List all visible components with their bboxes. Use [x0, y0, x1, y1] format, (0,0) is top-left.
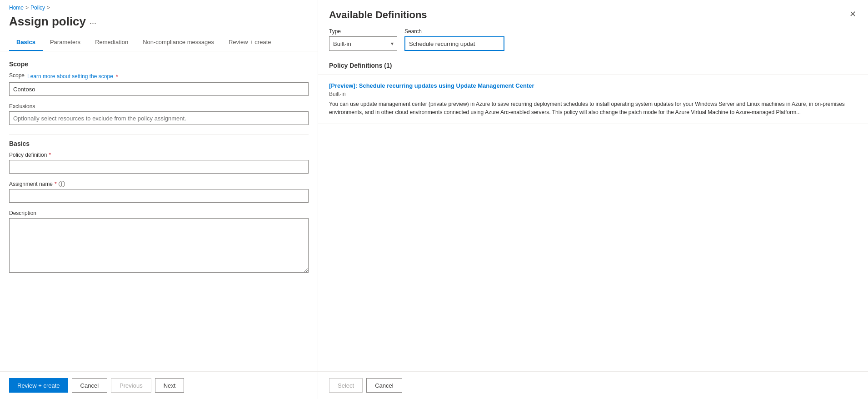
scope-section: Scope Scope Learn more about setting the…: [9, 60, 309, 125]
assignment-name-input[interactable]: [9, 189, 309, 203]
tabs-container: Basics Parameters Remediation Non-compli…: [0, 34, 318, 51]
tab-remediation[interactable]: Remediation: [88, 34, 135, 51]
assignment-name-info-icon[interactable]: i: [59, 181, 65, 187]
description-textarea[interactable]: [9, 218, 309, 273]
tab-basics[interactable]: Basics: [9, 34, 43, 51]
left-footer: Review + create Cancel Previous Next: [0, 371, 318, 399]
page-title: Assign policy: [9, 15, 86, 29]
policy-definitions-header: Policy Definitions (1): [318, 58, 868, 75]
previous-button: Previous: [111, 378, 151, 393]
cancel-button[interactable]: Cancel: [72, 378, 107, 393]
exclusions-input[interactable]: [9, 111, 309, 125]
side-panel: Available Definitions ✕ Type Built-in Cu…: [318, 0, 868, 399]
exclusions-field-group: Exclusions: [9, 103, 309, 125]
scope-label: Scope: [9, 72, 25, 79]
definition-item[interactable]: [Preview]: Schedule recurring updates us…: [318, 75, 868, 124]
definition-desc: You can use update management center (pr…: [329, 100, 857, 116]
definition-name: [Preview]: Schedule recurring updates us…: [329, 82, 857, 89]
tab-review-create[interactable]: Review + create: [221, 34, 279, 51]
basics-section: Basics Policy definition * Assignment na…: [9, 140, 309, 274]
description-field-group: Description: [9, 210, 309, 274]
definition-type: Built-in: [329, 91, 857, 97]
policy-definition-input[interactable]: [9, 160, 309, 174]
exclusions-label: Exclusions: [9, 103, 309, 110]
next-button[interactable]: Next: [155, 378, 185, 393]
left-content: Scope Scope Learn more about setting the…: [0, 51, 318, 371]
scope-section-title: Scope: [9, 60, 309, 68]
select-button[interactable]: Select: [329, 378, 363, 393]
type-filter-group: Type Built-in Custom All: [329, 28, 397, 51]
breadcrumb-sep2: >: [47, 5, 50, 11]
panel-title: Available Definitions: [329, 9, 427, 21]
page-title-container: Assign policy ...: [0, 13, 318, 34]
tab-noncompliance[interactable]: Non-compliance messages: [135, 34, 221, 51]
panel-filters: Type Built-in Custom All Search: [318, 28, 868, 58]
search-filter-label: Search: [404, 28, 504, 35]
type-filter-label: Type: [329, 28, 397, 35]
basics-section-title: Basics: [9, 140, 309, 147]
policy-definition-required: *: [49, 152, 51, 158]
breadcrumb: Home > Policy >: [0, 0, 318, 13]
panel-cancel-button[interactable]: Cancel: [366, 378, 402, 393]
breadcrumb-home[interactable]: Home: [9, 5, 24, 11]
divider: [9, 134, 309, 135]
breadcrumb-policy[interactable]: Policy: [30, 5, 45, 11]
description-label: Description: [9, 210, 309, 216]
assignment-name-label: Assignment name * i: [9, 181, 309, 187]
close-button[interactable]: ✕: [848, 9, 857, 19]
tab-parameters[interactable]: Parameters: [43, 34, 88, 51]
panel-content: [Preview]: Schedule recurring updates us…: [318, 75, 868, 371]
panel-header: Available Definitions ✕: [318, 0, 868, 28]
scope-learn-more-link[interactable]: Learn more about setting the scope: [27, 73, 113, 80]
scope-field-group: Scope Learn more about setting the scope…: [9, 72, 309, 96]
scope-input[interactable]: [9, 82, 309, 96]
breadcrumb-sep1: >: [25, 5, 29, 11]
search-input[interactable]: [404, 36, 504, 51]
search-filter-group: Search: [404, 28, 504, 51]
type-select[interactable]: Built-in Custom All: [329, 36, 397, 51]
policy-definition-label: Policy definition *: [9, 152, 309, 158]
review-create-button[interactable]: Review + create: [9, 378, 68, 393]
page-title-ellipsis[interactable]: ...: [90, 17, 96, 26]
scope-required-marker: *: [116, 73, 118, 80]
type-select-wrapper: Built-in Custom All: [329, 36, 397, 51]
left-panel: Home > Policy > Assign policy ... Basics…: [0, 0, 318, 399]
policy-definition-field-group: Policy definition *: [9, 152, 309, 174]
panel-footer: Select Cancel: [318, 371, 868, 399]
assignment-name-field-group: Assignment name * i: [9, 181, 309, 203]
assignment-name-required: *: [55, 181, 57, 187]
